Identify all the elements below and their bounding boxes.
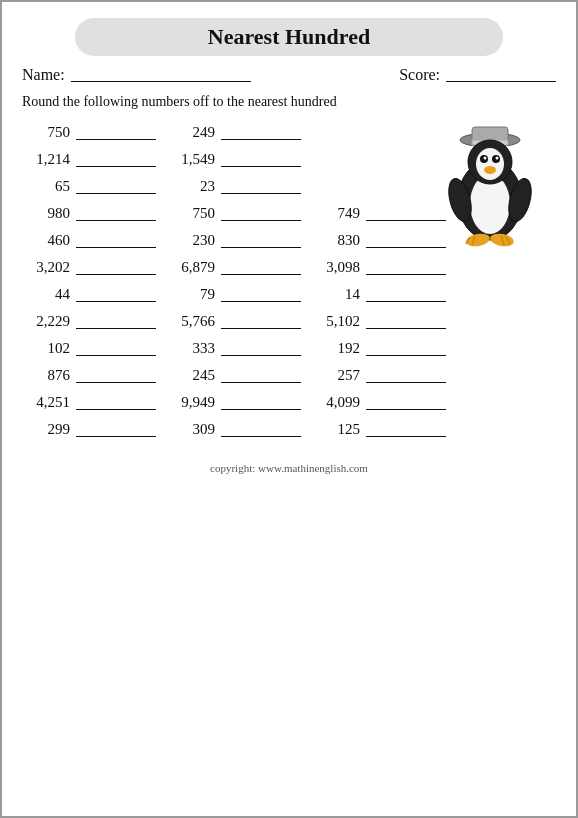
svg-point-6 bbox=[476, 148, 504, 180]
problem-row-11: 4,251 9,949 4,099 bbox=[22, 394, 556, 411]
problem-11-3: 4,099 bbox=[312, 394, 457, 411]
score-field: Score: bbox=[399, 66, 556, 84]
problem-row-12: 299 309 125 bbox=[22, 421, 556, 438]
problem-11-1: 4,251 bbox=[22, 394, 167, 411]
problem-row-7: 44 79 14 bbox=[22, 286, 556, 303]
problem-row-8: 2,229 5,766 5,102 bbox=[22, 313, 556, 330]
problem-7-2: 79 bbox=[167, 286, 312, 303]
name-field: Name: bbox=[22, 66, 251, 84]
svg-point-10 bbox=[496, 157, 499, 160]
problem-11-2: 9,949 bbox=[167, 394, 312, 411]
problem-7-3: 14 bbox=[312, 286, 457, 303]
problem-12-3: 125 bbox=[312, 421, 457, 438]
problem-9-1: 102 bbox=[22, 340, 167, 357]
problem-1-2: 249 bbox=[167, 124, 312, 141]
problem-4-1: 980 bbox=[22, 205, 167, 222]
problem-6-1: 3,202 bbox=[22, 259, 167, 276]
problem-5-2: 230 bbox=[167, 232, 312, 249]
instructions: Round the following numbers off to the n… bbox=[22, 94, 556, 110]
problem-12-2: 309 bbox=[167, 421, 312, 438]
score-label: Score: bbox=[399, 66, 440, 84]
page-title: Nearest Hundred bbox=[75, 18, 502, 56]
problem-3-1: 65 bbox=[22, 178, 167, 195]
problem-row-9: 102 333 192 bbox=[22, 340, 556, 357]
penguin-illustration bbox=[418, 122, 558, 252]
problem-8-3: 5,102 bbox=[312, 313, 457, 330]
content-area: 750 249 1,214 1,549 bbox=[22, 124, 556, 448]
problem-2-2: 1,549 bbox=[167, 151, 312, 168]
penguin-icon bbox=[428, 122, 548, 252]
problem-3-2: 23 bbox=[167, 178, 312, 195]
problem-4-2: 750 bbox=[167, 205, 312, 222]
score-underline bbox=[446, 68, 556, 82]
problem-1-1: 750 bbox=[22, 124, 167, 141]
problem-8-1: 2,229 bbox=[22, 313, 167, 330]
problem-10-3: 257 bbox=[312, 367, 457, 384]
problem-6-3: 3,098 bbox=[312, 259, 457, 276]
name-underline bbox=[71, 68, 251, 82]
problem-row-10: 876 245 257 bbox=[22, 367, 556, 384]
problem-9-2: 333 bbox=[167, 340, 312, 357]
name-label: Name: bbox=[22, 66, 65, 84]
problem-2-1: 1,214 bbox=[22, 151, 167, 168]
problem-7-1: 44 bbox=[22, 286, 167, 303]
svg-point-11 bbox=[484, 166, 496, 174]
problem-6-2: 6,879 bbox=[167, 259, 312, 276]
problem-10-1: 876 bbox=[22, 367, 167, 384]
problem-row-6: 3,202 6,879 3,098 bbox=[22, 259, 556, 276]
problem-12-1: 299 bbox=[22, 421, 167, 438]
name-score-row: Name: Score: bbox=[22, 66, 556, 84]
problem-9-3: 192 bbox=[312, 340, 457, 357]
problem-8-2: 5,766 bbox=[167, 313, 312, 330]
problem-5-1: 460 bbox=[22, 232, 167, 249]
problem-10-2: 245 bbox=[167, 367, 312, 384]
worksheet-page: Nearest Hundred Name: Score: Round the f… bbox=[0, 0, 578, 818]
copyright-text: copyright: www.mathinenglish.com bbox=[22, 462, 556, 474]
svg-point-9 bbox=[484, 157, 487, 160]
